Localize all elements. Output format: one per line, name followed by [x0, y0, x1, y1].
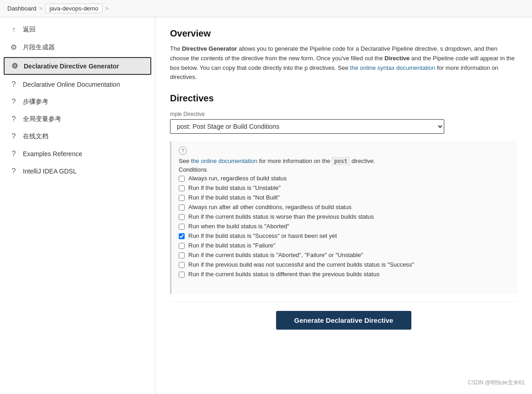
directive-select[interactable]: post: Post Stage or Build Conditions age… — [170, 119, 444, 134]
overview-text: The Directive Generator allows you to ge… — [170, 44, 517, 82]
checkbox-always-after[interactable] — [179, 205, 185, 210]
back-icon: ↑ — [9, 26, 18, 34]
breadcrumb-bar: Dashboard > java-devops-demo > — [0, 0, 532, 17]
list-item: Run if the build status is "Unstable" — [179, 184, 510, 191]
breadcrumb-dashboard[interactable]: Dashboard — [7, 5, 37, 12]
conditions-label: Conditions — [179, 166, 510, 173]
question-icon-intellij: ? — [9, 167, 18, 175]
question-icon-examples-ref: ? — [9, 150, 18, 158]
label-always-after: Always run after all other conditions, r… — [188, 204, 351, 210]
sidebar-label-intellij: IntelliJ IDEA GDSL — [23, 168, 77, 175]
directive-sample-label: mple Directive — [170, 111, 517, 117]
sidebar-label-step-ref: 步骤参考 — [23, 98, 48, 106]
label-not-built: Run if the build status is "Not Built" — [188, 194, 280, 201]
main-layout: ↑ 返回 ⚙ 片段生成器 ⚙ Declarative Directive Gen… — [0, 17, 532, 394]
breadcrumb-sep1: > — [39, 5, 43, 12]
list-item: Run if the build status is "Success" or … — [179, 232, 510, 239]
sidebar-label-online-doc: 在线文档 — [23, 132, 48, 141]
sidebar-label-declarative-gen: Declarative Directive Generator — [24, 63, 119, 70]
overview-bold-directive: Directive — [384, 55, 410, 62]
label-failure: Run if the build status is "Failure" — [188, 242, 276, 249]
generate-btn-container: Generate Declarative Directive — [170, 301, 517, 334]
sidebar-item-back[interactable]: ↑ 返回 — [0, 21, 155, 38]
online-doc-link[interactable]: the online documentation — [191, 158, 257, 164]
sidebar-item-declarative-gen[interactable]: ⚙ Declarative Directive Generator — [4, 57, 151, 75]
question-icon-global-var: ? — [9, 115, 18, 123]
checkbox-not-built[interactable] — [179, 195, 185, 201]
checkbox-aborted-failure-unstable[interactable] — [179, 252, 185, 258]
checkbox-always[interactable] — [179, 176, 185, 182]
question-icon-step-ref: ? — [9, 98, 18, 106]
sidebar-label-back: 返回 — [23, 26, 36, 34]
info-text-3: directive. — [351, 158, 375, 164]
checkbox-different[interactable] — [179, 272, 185, 278]
checkbox-prev-not-success[interactable] — [179, 262, 185, 268]
list-item: Run if the current builds status is wors… — [179, 213, 510, 220]
list-item: Run if the previous build was not succes… — [179, 261, 510, 268]
sidebar-item-step-ref[interactable]: ? 步骤参考 — [0, 93, 155, 110]
overview-title: Overview — [170, 28, 517, 39]
question-icon-declarative-doc: ? — [9, 80, 18, 89]
directive-info-box: ? See the online documentation for more … — [170, 141, 517, 294]
list-item: Always run after all other conditions, r… — [179, 204, 510, 210]
checkbox-worse[interactable] — [179, 214, 185, 220]
list-item: Run if the current builds status is diff… — [179, 271, 510, 278]
label-unstable: Run if the build status is "Unstable" — [188, 184, 281, 191]
directives-section: Directives mple Directive post: Post Sta… — [170, 93, 517, 334]
breadcrumb-current[interactable]: java-devops-demo — [45, 4, 102, 13]
sidebar-label-declarative-doc: Declarative Online Documentation — [23, 81, 120, 88]
breadcrumb-sep2: > — [105, 5, 109, 12]
label-aborted-failure-unstable: Run if the current builds status is "Abo… — [188, 252, 363, 258]
list-item: Run when the build status is "Aborted" — [179, 223, 510, 230]
sidebar: ↑ 返回 ⚙ 片段生成器 ⚙ Declarative Directive Gen… — [0, 17, 155, 394]
sidebar-item-online-doc[interactable]: ? 在线文档 — [0, 128, 155, 145]
content-area: Overview The Directive Generator allows … — [155, 17, 532, 394]
list-item: Always run, regardless of build status — [179, 175, 510, 182]
info-text-2: for more information on the — [259, 158, 332, 164]
checkbox-list: Always run, regardless of build status R… — [179, 175, 510, 278]
sidebar-item-examples-ref[interactable]: ? Examples Reference — [0, 145, 155, 163]
list-item: Run if the current builds status is "Abo… — [179, 252, 510, 258]
info-text: See the online documentation for more in… — [179, 158, 510, 164]
checkbox-failure[interactable] — [179, 243, 185, 249]
sidebar-item-global-var[interactable]: ? 全局变量参考 — [0, 110, 155, 128]
label-worse: Run if the current builds status is wors… — [188, 213, 374, 220]
sidebar-label-snippet-gen: 片段生成器 — [23, 43, 55, 52]
generate-declarative-directive-button[interactable]: Generate Declarative Directive — [276, 311, 412, 330]
sidebar-item-declarative-doc[interactable]: ? Declarative Online Documentation — [0, 76, 155, 93]
post-code: post — [332, 157, 350, 165]
label-different: Run if the current builds status is diff… — [188, 271, 379, 278]
watermark: CSDN @明快de玄米61 — [468, 379, 525, 387]
sidebar-label-examples-ref: Examples Reference — [23, 150, 82, 158]
checkbox-success[interactable] — [179, 233, 185, 239]
label-always: Always run, regardless of build status — [188, 175, 287, 182]
list-item: Run if the build status is "Not Built" — [179, 194, 510, 201]
directives-title: Directives — [170, 93, 517, 104]
gear-icon-declarative: ⚙ — [10, 62, 19, 70]
checkbox-aborted[interactable] — [179, 224, 185, 230]
info-question-mark: ? — [179, 147, 187, 155]
label-aborted: Run when the build status is "Aborted" — [188, 223, 289, 230]
question-icon-online-doc: ? — [9, 132, 18, 141]
sidebar-label-global-var: 全局变量参考 — [23, 115, 61, 123]
gear-icon-snippet: ⚙ — [9, 43, 18, 52]
list-item: Run if the build status is "Failure" — [179, 242, 510, 249]
sidebar-item-snippet-gen[interactable]: ⚙ 片段生成器 — [0, 38, 155, 56]
overview-bold-directive-gen: Directive Generator — [182, 45, 237, 52]
online-syntax-doc-link[interactable]: the online syntax documentation — [350, 64, 435, 71]
label-prev-not-success: Run if the previous build was not succes… — [188, 261, 414, 268]
sidebar-item-intellij[interactable]: ? IntelliJ IDEA GDSL — [0, 163, 155, 180]
label-success: Run if the build status is "Success" or … — [188, 232, 337, 239]
checkbox-unstable[interactable] — [179, 185, 185, 191]
